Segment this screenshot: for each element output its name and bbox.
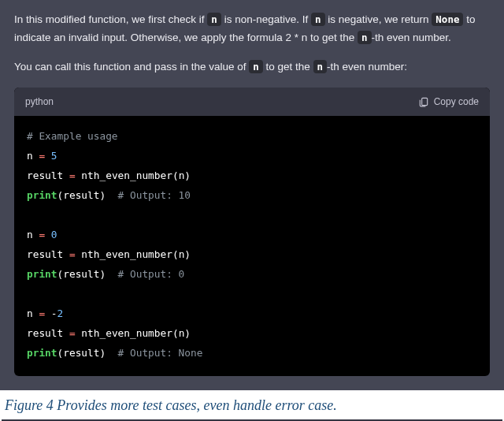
inline-code-n: n (249, 60, 263, 73)
code-token: n (27, 229, 39, 240)
code-content: # Example usage n = 5 result = nth_even_… (14, 116, 490, 375)
code-token: 2 (57, 307, 64, 319)
code-token: result (27, 248, 69, 260)
code-token: result (27, 327, 69, 339)
inline-code-n: n (311, 13, 325, 26)
code-token: - (45, 307, 57, 319)
inline-code-n: n (313, 60, 328, 73)
code-header: python Copy code (14, 88, 490, 116)
text: In this modified function, we first chec… (14, 13, 207, 25)
code-token: n (27, 307, 39, 319)
code-comment: # Output: 0 (106, 268, 184, 280)
code-token: nth_even_number(n) (76, 248, 191, 260)
code-token: = (39, 229, 45, 240)
code-token: result (27, 170, 69, 181)
text: You can call this function and pass in t… (14, 61, 249, 73)
clipboard-icon (418, 96, 429, 107)
text: is negative, we return (325, 13, 432, 25)
explanation-paragraph-2: You can call this function and pass in t… (14, 58, 490, 76)
code-block: python Copy code # Example usage n = 5 r… (14, 88, 490, 376)
text: is non-negative. If (221, 13, 311, 25)
code-token: print (27, 189, 57, 201)
code-token: = (39, 150, 45, 162)
text: -th even number: (327, 61, 407, 73)
inline-code-none: None (432, 13, 463, 26)
figure-caption: Figure 4 Provides more test cases, even … (0, 390, 504, 419)
code-token: print (27, 268, 57, 280)
code-token: (result) (57, 268, 106, 280)
code-token: print (27, 347, 57, 359)
code-token: = (39, 307, 45, 319)
assistant-message: In this modified function, we first chec… (0, 0, 504, 390)
code-token: = (69, 327, 76, 339)
code-token: 0 (45, 229, 57, 240)
code-token: = (69, 170, 76, 181)
code-comment: # Output: None (106, 347, 202, 359)
code-token: 5 (45, 150, 57, 162)
copy-code-label: Copy code (434, 94, 479, 110)
code-token: (result) (57, 189, 106, 201)
code-token: n (27, 150, 39, 162)
code-comment: # Example usage (27, 130, 118, 142)
text: to get the (263, 61, 313, 73)
code-token: nth_even_number(n) (76, 170, 191, 181)
svg-rect-0 (421, 98, 427, 105)
explanation-paragraph-1: In this modified function, we first chec… (14, 11, 490, 47)
code-language-label: python (25, 94, 54, 110)
inline-code-n: n (207, 13, 221, 26)
code-token: = (69, 248, 76, 260)
text: -th even number. (372, 32, 451, 43)
inline-code-n: n (358, 31, 372, 44)
code-token: (result) (57, 347, 106, 359)
code-token: nth_even_number(n) (76, 327, 191, 339)
copy-code-button[interactable]: Copy code (418, 94, 479, 110)
code-comment: # Output: 10 (106, 189, 191, 201)
